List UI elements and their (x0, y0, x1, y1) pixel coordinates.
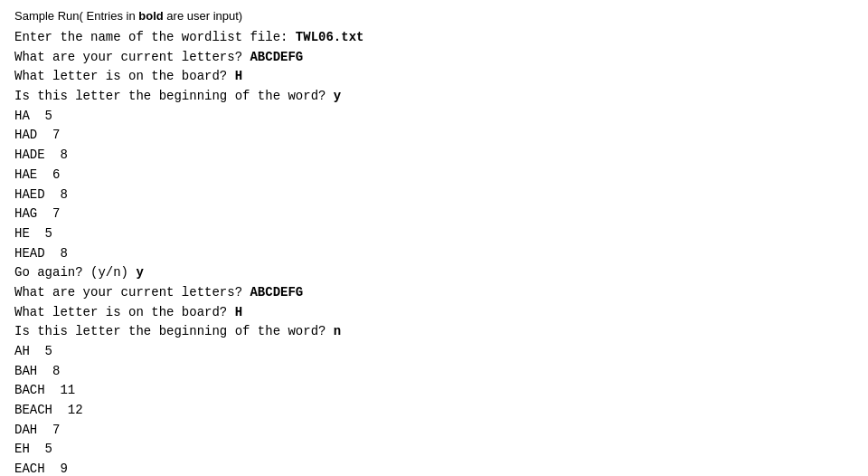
output-text: Go again? (y/n) (14, 265, 136, 280)
console-line: HA 5 (14, 107, 854, 127)
user-input-text: H (235, 305, 242, 319)
console-line: What are your current letters? ABCDEFG (14, 48, 854, 68)
output-text: Is this letter the beginning of the word… (14, 324, 334, 338)
output-text: Is this letter the beginning of the word… (14, 89, 334, 103)
header-note: Sample Run( Entries in bold are user inp… (14, 9, 854, 23)
header-bold: bold (138, 9, 163, 23)
user-input-text: y (136, 265, 143, 280)
output-text: AH 5 (14, 344, 52, 358)
console-output: Enter the name of the wordlist file: TWL… (14, 28, 854, 476)
console-line: HEAD 8 (14, 244, 854, 264)
user-input-text: H (235, 69, 242, 83)
output-text: BAH 8 (14, 364, 60, 378)
output-text: DAH 7 (14, 423, 60, 437)
console-line: EACH 9 (14, 460, 854, 476)
console-line: DAH 7 (14, 421, 854, 441)
console-line: What letter is on the board? H (14, 67, 854, 87)
console-line: HAG 7 (14, 205, 854, 224)
output-text: EH 5 (14, 442, 52, 456)
output-text: HAG 7 (14, 206, 60, 221)
output-text: What are your current letters? (14, 50, 250, 64)
console-line: AH 5 (14, 342, 854, 362)
output-text: HE 5 (14, 226, 52, 241)
console-line: Enter the name of the wordlist file: TWL… (14, 28, 854, 48)
console-line: HAE 6 (14, 166, 854, 186)
output-text: EACH 9 (14, 462, 68, 476)
console-line: HAED 8 (14, 186, 854, 205)
user-input-text: n (334, 324, 341, 338)
output-text: HAD 7 (14, 128, 60, 142)
output-text: What are your current letters? (14, 285, 250, 300)
user-input-text: TWL06.txt (296, 30, 364, 44)
output-text: HEAD 8 (14, 246, 68, 261)
console-line: BACH 11 (14, 381, 854, 401)
console-line: BAH 8 (14, 362, 854, 382)
console-line: Is this letter the beginning of the word… (14, 87, 854, 107)
output-text: HAED 8 (14, 187, 68, 202)
user-input-text: ABCDEFG (250, 50, 303, 64)
console-line: What are your current letters? ABCDEFG (14, 283, 854, 303)
user-input-text: y (334, 89, 341, 103)
console-line: HAD 7 (14, 126, 854, 146)
console-line: HADE 8 (14, 146, 854, 166)
console-line: HE 5 (14, 224, 854, 244)
output-text: HADE 8 (14, 148, 68, 162)
header-prefix: Sample Run( Entries in (14, 9, 138, 23)
output-text: What letter is on the board? (14, 69, 235, 83)
output-text: What letter is on the board? (14, 305, 235, 319)
output-text: Enter the name of the wordlist file: (14, 30, 296, 44)
console-line: BEACH 12 (14, 401, 854, 421)
console-line: Is this letter the beginning of the word… (14, 322, 854, 342)
output-text: BEACH 12 (14, 403, 83, 417)
header-suffix: are user input) (164, 9, 242, 23)
output-text: HAE 6 (14, 167, 60, 182)
console-line: What letter is on the board? H (14, 303, 854, 323)
output-text: HA 5 (14, 109, 52, 123)
user-input-text: ABCDEFG (250, 285, 303, 300)
console-line: Go again? (y/n) y (14, 263, 854, 283)
output-text: BACH 11 (14, 383, 75, 397)
console-line: EH 5 (14, 440, 854, 460)
